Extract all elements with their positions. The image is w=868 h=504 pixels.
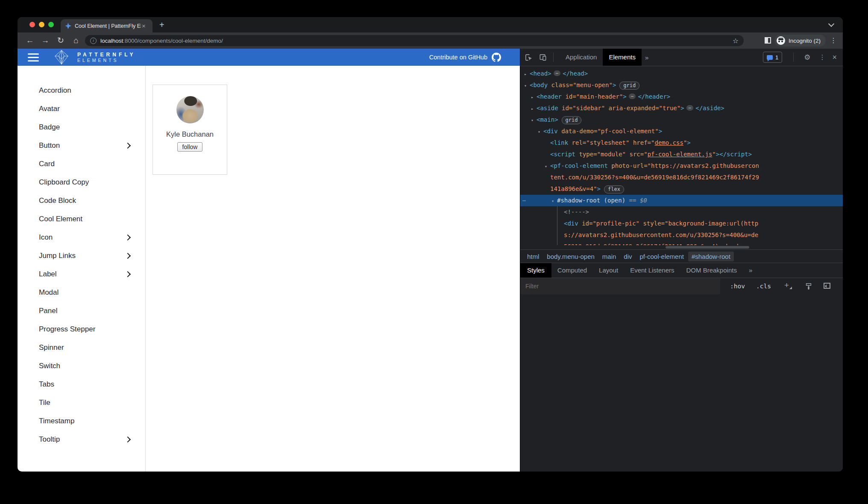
sidebar-item-timestamp[interactable]: Timestamp	[18, 412, 145, 430]
expand-inline-icon[interactable]: ⋯	[686, 105, 694, 111]
node-options-icon[interactable]: ⋯	[522, 195, 526, 206]
breadcrumb-pf-cool-element[interactable]: pf-cool-element	[636, 252, 687, 261]
toggle-hover-state[interactable]: :hov	[730, 283, 745, 290]
dom-node[interactable]: ▸<aside id="sidebar" aria-expanded="true…	[520, 103, 843, 114]
site-info-icon[interactable]: i	[90, 38, 97, 44]
reload-button[interactable]: ↻	[55, 32, 66, 49]
sidebar-item-accordion[interactable]: Accordion	[18, 81, 145, 100]
contribute-link[interactable]: Contribute on GitHub	[429, 53, 501, 62]
dom-node[interactable]: <!---->	[520, 206, 843, 218]
code-segment-an: id=	[578, 220, 593, 227]
site-brand[interactable]: PATTERNFLY ELEMENTS	[77, 52, 135, 63]
address-bar[interactable]: i localhost:8000/components/cool-element…	[85, 35, 744, 46]
toggle-class-editor[interactable]: .cls	[756, 283, 771, 290]
sidebar-item-card[interactable]: Card	[18, 155, 145, 173]
collapse-arrow-icon[interactable]: ▾	[531, 114, 537, 126]
browser-tab[interactable]: Cool Element | PatternFly Elem ×	[61, 19, 152, 32]
more-panels-icon[interactable]: »	[743, 263, 758, 278]
close-window-button[interactable]	[29, 22, 35, 27]
expand-inline-icon[interactable]: ⋯	[554, 70, 561, 76]
dom-node[interactable]: ▾<main>grid	[520, 114, 843, 126]
sidebar-item-avatar[interactable]: Avatar	[18, 100, 145, 118]
sidebar-item-progress-stepper[interactable]: Progress Stepper	[18, 320, 145, 338]
dom-node[interactable]: <div id="profile-pic" style="background-…	[520, 218, 843, 229]
sidebar-item-clipboard-copy[interactable]: Clipboard Copy	[18, 173, 145, 191]
more-tabs-icon[interactable]: »	[642, 54, 652, 61]
dom-node[interactable]: <link rel="stylesheet" href="demo.css">	[520, 137, 843, 149]
side-panel-icon[interactable]	[765, 37, 771, 44]
sidebar-item-button[interactable]: Button	[18, 136, 145, 155]
expand-arrow-icon[interactable]: ▸	[531, 103, 537, 114]
sidebar-item-cool-element[interactable]: Cool Element	[18, 210, 145, 228]
browser-menu-icon[interactable]: ⋮	[830, 36, 837, 44]
dom-node[interactable]: ▾<body class="menu-open">grid	[520, 79, 843, 91]
collapse-arrow-icon[interactable]: ▾	[545, 161, 550, 172]
minimize-window-button[interactable]	[39, 22, 44, 27]
devtools-menu-icon[interactable]: ⋮	[819, 53, 825, 61]
breadcrumb-main[interactable]: main	[599, 252, 620, 261]
dom-node[interactable]: ▸<head>⋯</head>	[520, 68, 843, 79]
panel-tab-dom-breakpoints[interactable]: DOM Breakpoints	[680, 263, 743, 278]
styles-filter-input[interactable]	[520, 278, 720, 294]
tab-application[interactable]: Application	[560, 49, 603, 66]
dom-node-selected[interactable]: ⋯▾#shadow-root (open) == $0	[520, 195, 843, 206]
new-style-rule-icon[interactable]: +	[784, 281, 789, 290]
dom-node[interactable]: s://avatars2.githubusercontent.com/u/330…	[520, 229, 843, 241]
panel-tab-layout[interactable]: Layout	[593, 263, 624, 278]
back-button[interactable]: ←	[24, 32, 35, 49]
sidebar-item-tile[interactable]: Tile	[18, 393, 145, 412]
sidebar-item-spinner[interactable]: Spinner	[18, 338, 145, 357]
tab-search-icon[interactable]	[828, 21, 834, 27]
follow-button[interactable]: follow	[177, 142, 203, 152]
dom-node[interactable]: 141a896e&v=4">flex	[520, 183, 843, 195]
dom-node[interactable]: tent.com/u/330256?s=400&u=de56919e816dc9…	[520, 172, 843, 183]
maximize-window-button[interactable]	[48, 22, 54, 27]
tab-elements[interactable]: Elements	[603, 49, 642, 66]
breadcrumb--shadow-root[interactable]: #shadow-root	[688, 252, 734, 261]
dock-side-icon[interactable]	[824, 283, 830, 289]
dom-node[interactable]: ▸<header id="main-header">⋯</header>	[520, 91, 843, 103]
sidebar-item-label[interactable]: Label	[18, 265, 145, 283]
sidebar-item-switch[interactable]: Switch	[18, 357, 145, 375]
scrollbar-thumb[interactable]	[666, 246, 749, 249]
sidebar-item-jump-links[interactable]: Jump Links	[18, 246, 145, 265]
settings-gear-icon[interactable]: ⚙	[804, 53, 810, 62]
expand-arrow-icon[interactable]: ▸	[531, 91, 537, 103]
inspect-element-icon[interactable]	[525, 53, 533, 62]
collapse-arrow-icon[interactable]: ▾	[524, 80, 530, 91]
close-tab-icon[interactable]: ×	[142, 22, 146, 29]
demo-main: Kyle Buchanan follow	[146, 66, 520, 472]
close-devtools-icon[interactable]: ×	[832, 53, 837, 62]
expand-inline-icon[interactable]: ⋯	[629, 94, 636, 99]
new-tab-button[interactable]: +	[159, 19, 164, 31]
sidebar-item-icon[interactable]: Icon	[18, 228, 145, 246]
issues-counter[interactable]: 1	[763, 52, 782, 63]
panel-tab-event-listeners[interactable]: Event Listeners	[624, 263, 680, 278]
breadcrumb-html[interactable]: html	[524, 252, 542, 261]
breadcrumb-div[interactable]: div	[620, 252, 635, 261]
sidebar-item-code-block[interactable]: Code Block	[18, 191, 145, 210]
forward-button[interactable]: →	[40, 32, 51, 49]
panel-tab-computed[interactable]: Computed	[551, 263, 593, 278]
dom-node[interactable]: 56919e816dc9f821469c2f86174f29141a896e&v…	[520, 241, 843, 245]
device-toolbar-icon[interactable]	[539, 53, 547, 62]
breadcrumb-body-menu-open[interactable]: body.menu-open	[543, 252, 598, 261]
collapse-arrow-icon[interactable]: ▾	[538, 126, 543, 138]
hamburger-menu-icon[interactable]	[28, 53, 39, 62]
collapse-arrow-icon[interactable]: ▾	[551, 195, 557, 207]
dom-node[interactable]: ▾<div data-demo="pf-cool-element">	[520, 126, 843, 137]
bookmark-star-icon[interactable]: ☆	[733, 37, 739, 45]
sidebar-item-badge[interactable]: Badge	[18, 118, 145, 136]
expand-arrow-icon[interactable]: ▸	[524, 68, 530, 80]
incognito-badge[interactable]: Incognito (2)	[774, 35, 826, 47]
sidebar-item-panel[interactable]: Panel	[18, 302, 145, 320]
sidebar-item-modal[interactable]: Modal	[18, 283, 145, 302]
dom-node[interactable]: ▾<pf-cool-element photo-url="https://ava…	[520, 160, 843, 172]
home-button[interactable]: ⌂	[70, 32, 82, 49]
sidebar-item-tooltip[interactable]: Tooltip	[18, 430, 145, 448]
panel-tab-styles[interactable]: Styles	[520, 263, 551, 278]
horizontal-scrollbar[interactable]	[520, 245, 843, 249]
sidebar-item-tabs[interactable]: Tabs	[18, 375, 145, 393]
rendering-brush-icon[interactable]	[805, 282, 812, 290]
dom-node[interactable]: <script type="module" src="pf-cool-eleme…	[520, 149, 843, 160]
